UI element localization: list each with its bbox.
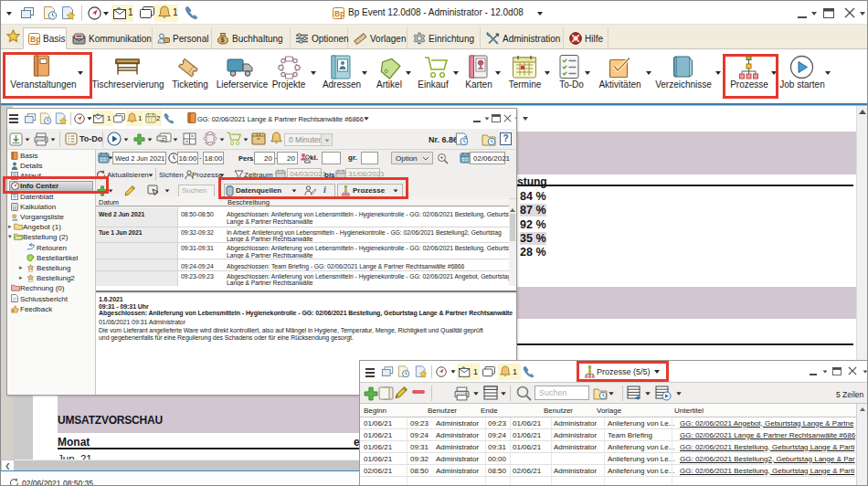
- svg-text:$: $: [221, 37, 225, 44]
- svg-text:Bp: Bp: [334, 9, 344, 18]
- svg-text:Bp: Bp: [30, 34, 40, 43]
